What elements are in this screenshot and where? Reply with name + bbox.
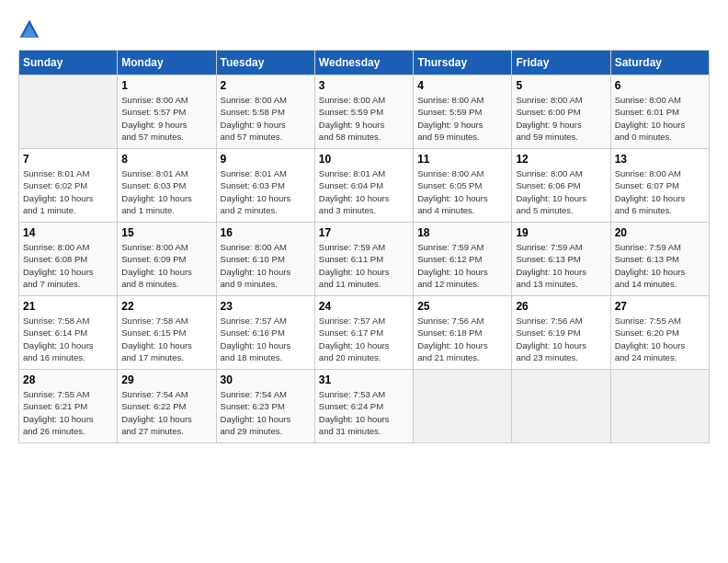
calendar-cell: 30Sunrise: 7:54 AM Sunset: 6:23 PM Dayli… — [216, 370, 314, 443]
day-info: Sunrise: 7:56 AM Sunset: 6:18 PM Dayligh… — [417, 315, 507, 363]
calendar-table: SundayMondayTuesdayWednesdayThursdayFrid… — [18, 50, 710, 443]
day-number: 29 — [121, 373, 211, 386]
day-info: Sunrise: 8:00 AM Sunset: 6:00 PM Dayligh… — [516, 94, 606, 143]
calendar-cell — [610, 370, 709, 443]
day-number: 25 — [417, 300, 507, 313]
calendar-cell: 17Sunrise: 7:59 AM Sunset: 6:11 PM Dayli… — [314, 223, 413, 296]
day-info: Sunrise: 8:01 AM Sunset: 6:02 PM Dayligh… — [23, 167, 113, 216]
day-number: 10 — [319, 153, 409, 166]
calendar-cell — [414, 370, 512, 443]
day-info: Sunrise: 7:58 AM Sunset: 6:15 PM Dayligh… — [121, 315, 211, 363]
day-info: Sunrise: 8:00 AM Sunset: 6:06 PM Dayligh… — [516, 167, 606, 216]
calendar-cell: 8Sunrise: 8:01 AM Sunset: 6:03 PM Daylig… — [118, 149, 216, 223]
day-info: Sunrise: 8:01 AM Sunset: 6:04 PM Dayligh… — [319, 167, 409, 216]
calendar-cell: 2Sunrise: 8:00 AM Sunset: 5:58 PM Daylig… — [216, 75, 314, 149]
day-number: 15 — [121, 226, 211, 239]
calendar-cell: 15Sunrise: 8:00 AM Sunset: 6:09 PM Dayli… — [118, 223, 216, 296]
day-number: 2 — [221, 79, 311, 92]
day-of-week-header: Sunday — [19, 51, 118, 75]
day-info: Sunrise: 7:53 AM Sunset: 6:24 PM Dayligh… — [319, 388, 409, 437]
day-number: 30 — [221, 373, 311, 386]
calendar-week-row: 21Sunrise: 7:58 AM Sunset: 6:14 PM Dayli… — [19, 296, 710, 370]
day-number: 16 — [221, 226, 311, 239]
day-number: 5 — [516, 79, 606, 92]
day-of-week-header: Thursday — [414, 51, 512, 75]
calendar-cell: 28Sunrise: 7:55 AM Sunset: 6:21 PM Dayli… — [19, 370, 118, 443]
day-of-week-header: Friday — [512, 51, 610, 75]
calendar-cell: 6Sunrise: 8:00 AM Sunset: 6:01 PM Daylig… — [610, 75, 709, 149]
calendar-cell: 18Sunrise: 7:59 AM Sunset: 6:12 PM Dayli… — [414, 223, 512, 296]
calendar-cell: 27Sunrise: 7:55 AM Sunset: 6:20 PM Dayli… — [610, 296, 709, 370]
day-number: 4 — [417, 79, 507, 92]
calendar-header-row: SundayMondayTuesdayWednesdayThursdayFrid… — [19, 51, 710, 75]
day-number: 13 — [615, 153, 705, 166]
calendar-cell: 7Sunrise: 8:01 AM Sunset: 6:02 PM Daylig… — [19, 149, 118, 223]
calendar-cell: 13Sunrise: 8:00 AM Sunset: 6:07 PM Dayli… — [610, 149, 709, 223]
calendar-cell: 3Sunrise: 8:00 AM Sunset: 5:59 PM Daylig… — [314, 75, 413, 149]
day-number: 17 — [319, 226, 409, 239]
calendar-cell: 5Sunrise: 8:00 AM Sunset: 6:00 PM Daylig… — [512, 75, 610, 149]
day-number: 22 — [121, 300, 211, 313]
day-info: Sunrise: 7:59 AM Sunset: 6:13 PM Dayligh… — [615, 241, 705, 290]
calendar-cell: 23Sunrise: 7:57 AM Sunset: 6:16 PM Dayli… — [216, 296, 314, 370]
calendar-cell: 19Sunrise: 7:59 AM Sunset: 6:13 PM Dayli… — [512, 223, 610, 296]
day-info: Sunrise: 7:59 AM Sunset: 6:13 PM Dayligh… — [516, 241, 606, 290]
day-info: Sunrise: 8:00 AM Sunset: 6:05 PM Dayligh… — [417, 167, 507, 216]
day-info: Sunrise: 7:59 AM Sunset: 6:12 PM Dayligh… — [417, 241, 507, 290]
day-number: 7 — [23, 153, 113, 166]
logo-icon — [18, 18, 40, 40]
day-number: 28 — [23, 373, 113, 386]
calendar-cell — [19, 75, 118, 149]
day-info: Sunrise: 7:58 AM Sunset: 6:14 PM Dayligh… — [23, 315, 113, 363]
day-number: 19 — [516, 226, 606, 239]
day-info: Sunrise: 8:00 AM Sunset: 5:57 PM Dayligh… — [121, 94, 211, 143]
day-info: Sunrise: 8:00 AM Sunset: 5:59 PM Dayligh… — [319, 94, 409, 143]
day-of-week-header: Tuesday — [216, 51, 314, 75]
calendar-week-row: 14Sunrise: 8:00 AM Sunset: 6:08 PM Dayli… — [19, 223, 710, 296]
day-info: Sunrise: 8:00 AM Sunset: 5:59 PM Dayligh… — [417, 94, 507, 143]
calendar-cell: 22Sunrise: 7:58 AM Sunset: 6:15 PM Dayli… — [118, 296, 216, 370]
calendar-cell: 11Sunrise: 8:00 AM Sunset: 6:05 PM Dayli… — [414, 149, 512, 223]
logo — [18, 18, 44, 40]
day-info: Sunrise: 8:00 AM Sunset: 6:10 PM Dayligh… — [221, 241, 311, 290]
calendar-cell: 12Sunrise: 8:00 AM Sunset: 6:06 PM Dayli… — [512, 149, 610, 223]
day-info: Sunrise: 7:55 AM Sunset: 6:21 PM Dayligh… — [23, 388, 113, 437]
day-info: Sunrise: 8:00 AM Sunset: 6:09 PM Dayligh… — [121, 241, 211, 290]
calendar-cell: 1Sunrise: 8:00 AM Sunset: 5:57 PM Daylig… — [118, 75, 216, 149]
day-number: 21 — [23, 300, 113, 313]
day-info: Sunrise: 8:00 AM Sunset: 5:58 PM Dayligh… — [221, 94, 311, 143]
day-number: 11 — [417, 153, 507, 166]
calendar-cell: 29Sunrise: 7:54 AM Sunset: 6:22 PM Dayli… — [118, 370, 216, 443]
day-number: 20 — [615, 226, 705, 239]
day-info: Sunrise: 7:55 AM Sunset: 6:20 PM Dayligh… — [615, 315, 705, 363]
day-number: 8 — [121, 153, 211, 166]
calendar-cell: 14Sunrise: 8:00 AM Sunset: 6:08 PM Dayli… — [19, 223, 118, 296]
day-number: 24 — [319, 300, 409, 313]
day-info: Sunrise: 7:57 AM Sunset: 6:17 PM Dayligh… — [319, 315, 409, 363]
day-info: Sunrise: 7:54 AM Sunset: 6:22 PM Dayligh… — [121, 388, 211, 437]
day-of-week-header: Saturday — [610, 51, 709, 75]
day-of-week-header: Wednesday — [314, 51, 413, 75]
day-number: 12 — [516, 153, 606, 166]
day-info: Sunrise: 8:00 AM Sunset: 6:08 PM Dayligh… — [23, 241, 113, 290]
calendar-cell: 26Sunrise: 7:56 AM Sunset: 6:19 PM Dayli… — [512, 296, 610, 370]
calendar-cell: 25Sunrise: 7:56 AM Sunset: 6:18 PM Dayli… — [414, 296, 512, 370]
calendar-cell: 31Sunrise: 7:53 AM Sunset: 6:24 PM Dayli… — [314, 370, 413, 443]
day-info: Sunrise: 7:57 AM Sunset: 6:16 PM Dayligh… — [221, 315, 311, 363]
page-header — [18, 18, 710, 40]
day-info: Sunrise: 8:01 AM Sunset: 6:03 PM Dayligh… — [121, 167, 211, 216]
calendar-cell: 4Sunrise: 8:00 AM Sunset: 5:59 PM Daylig… — [414, 75, 512, 149]
day-number: 14 — [23, 226, 113, 239]
day-info: Sunrise: 8:01 AM Sunset: 6:03 PM Dayligh… — [221, 167, 311, 216]
calendar-cell: 24Sunrise: 7:57 AM Sunset: 6:17 PM Dayli… — [314, 296, 413, 370]
day-info: Sunrise: 7:56 AM Sunset: 6:19 PM Dayligh… — [516, 315, 606, 363]
day-info: Sunrise: 7:54 AM Sunset: 6:23 PM Dayligh… — [221, 388, 311, 437]
day-number: 6 — [615, 79, 705, 92]
calendar-cell: 16Sunrise: 8:00 AM Sunset: 6:10 PM Dayli… — [216, 223, 314, 296]
calendar-week-row: 1Sunrise: 8:00 AM Sunset: 5:57 PM Daylig… — [19, 75, 710, 149]
day-number: 1 — [121, 79, 211, 92]
calendar-cell: 10Sunrise: 8:01 AM Sunset: 6:04 PM Dayli… — [314, 149, 413, 223]
day-number: 18 — [417, 226, 507, 239]
day-number: 26 — [516, 300, 606, 313]
day-info: Sunrise: 7:59 AM Sunset: 6:11 PM Dayligh… — [319, 241, 409, 290]
